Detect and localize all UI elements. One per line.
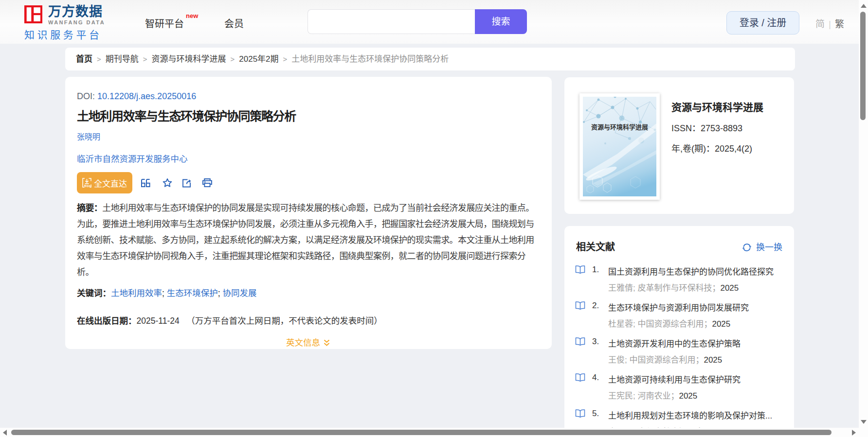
svg-text:free: free xyxy=(84,184,90,188)
